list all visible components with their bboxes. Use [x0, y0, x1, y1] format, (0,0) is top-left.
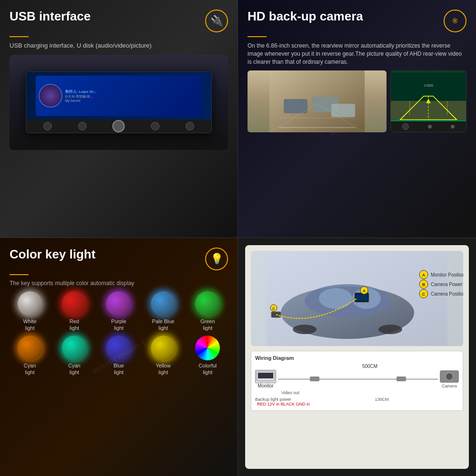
usb-icon: 🔌	[205, 10, 228, 32]
svg-text:Camera Power: Camera Power	[431, 282, 463, 287]
power-specs: RED 12V in BLACK GND in	[255, 402, 459, 407]
svg-text:C: C	[272, 307, 275, 311]
cable-line	[278, 379, 438, 379]
light-circle-9	[195, 336, 220, 360]
light-label-9: Colorful light	[198, 362, 217, 376]
radio-unit: 制作人: Lupo Gr... G.E.M.周笔畅/席... My Secret	[26, 71, 211, 133]
usb-header: USB interface 🔌	[10, 10, 228, 32]
album-art	[39, 84, 62, 108]
color-light-item-2: Purple light	[99, 291, 139, 332]
video-out-label: Video out	[255, 390, 459, 395]
light-label-5: Cyan light	[24, 362, 36, 376]
radio-screen: 制作人: Lupo Gr... G.E.M.周笔畅/席... My Secret	[26, 72, 211, 119]
wiring-title: Wiring Diagram	[255, 355, 459, 361]
color-light-item-9: Colorful light	[188, 336, 228, 376]
ctrl-dot-1	[43, 122, 52, 130]
monitor-shape	[255, 370, 276, 383]
ctrl-dot-2	[78, 122, 87, 130]
light-label-8: Yellow light	[156, 362, 170, 376]
track-title: 制作人: Lupo Gr...	[65, 89, 199, 94]
camera-separator	[248, 36, 267, 37]
ctrl-dot-3	[112, 120, 125, 132]
wiring-power-row: Backup light power 130CM	[255, 397, 459, 402]
svg-point-21	[319, 288, 352, 309]
camera-icon: ®	[444, 10, 466, 32]
svg-text:Monitor Position: Monitor Position	[431, 272, 463, 278]
backup-screen: J-620	[391, 71, 466, 121]
ctrl-dot-5	[186, 122, 194, 130]
backup-svg: J-620	[391, 71, 466, 121]
supports-text: The key supports multiple color automati…	[10, 280, 228, 287]
color-grid: White lightRed lightPurple lightPale Blu…	[10, 291, 228, 376]
light-label-7: Blue light	[113, 362, 124, 376]
camera-description: On the 6.86-inch screen, the rearview mi…	[248, 42, 466, 66]
svg-point-19	[293, 325, 317, 334]
monitor-knob	[402, 123, 409, 130]
usb-separator	[10, 36, 29, 37]
monitor-label: Monitor	[258, 383, 273, 388]
light-label-3: Pale Blue light	[152, 318, 174, 332]
monitor-btn2	[451, 125, 455, 129]
svg-text:J-620: J-620	[424, 84, 433, 88]
svg-text:Camera Position: Camera Position	[431, 291, 463, 297]
camera-header: HD back-up camera ®	[248, 10, 466, 32]
wiring-car-diagram: A C A Monitor Position B Camera Power C …	[251, 251, 463, 346]
track-sub: My Secret	[65, 99, 199, 102]
color-light-item-6: Cyan light	[54, 336, 94, 376]
wiring-main-row: Monitor Camera	[255, 370, 459, 388]
parking-lot-svg	[248, 70, 387, 132]
light-label-1: Red light	[69, 318, 79, 332]
wiring-box: A C A Monitor Position B Camera Power C …	[245, 245, 469, 469]
connector-2	[397, 377, 406, 381]
power-label: Backup light power	[255, 397, 303, 402]
usb-description: USB charging interface, U disk (audio/vi…	[10, 42, 228, 49]
light-circle-6	[62, 336, 87, 360]
light-circle-5	[18, 336, 42, 360]
light-circle-1	[62, 291, 87, 316]
wiring-500-row: 500CM	[255, 364, 459, 369]
radio-screen-inner: 制作人: Lupo Gr... G.E.M.周笔畅/席... My Secret	[36, 76, 202, 116]
light-circle-2	[106, 291, 131, 316]
short-cable: 130CM	[305, 397, 459, 402]
light-circle-7	[106, 336, 131, 360]
parking-lot-view	[248, 70, 387, 132]
color-light-item-3: Pale Blue light	[143, 291, 183, 332]
wiring-car-svg: A C A Monitor Position B Camera Power C …	[251, 251, 463, 346]
camera-title: HD back-up camera	[248, 10, 363, 23]
monitor-btn	[428, 125, 432, 129]
color-title: Color key light	[10, 248, 96, 261]
wiring-diagram-bottom: Wiring Diagram 500CM Monitor	[251, 351, 463, 411]
color-separator	[10, 274, 29, 275]
color-header: Color key light 💡	[10, 248, 228, 270]
color-light-item-5: Cyan light	[10, 336, 50, 376]
color-light-item-1: Red light	[54, 291, 94, 332]
light-label-2: Purple light	[111, 318, 127, 332]
color-light-item-8: Yellow light	[143, 336, 183, 376]
light-circle-8	[151, 336, 176, 360]
svg-text:A: A	[363, 288, 366, 293]
ctrl-dot-4	[151, 122, 159, 130]
svg-text:C: C	[422, 292, 426, 297]
color-light-item-0: White light	[10, 291, 50, 332]
camera-monitor: J-620	[390, 70, 466, 132]
wiring-section: A C A Monitor Position B Camera Power C …	[238, 238, 476, 476]
light-circle-3	[151, 291, 176, 316]
monitor-svg	[256, 371, 275, 382]
car-dash-image: 制作人: Lupo Gr... G.E.M.周笔畅/席... My Secret	[10, 55, 228, 150]
svg-rect-24	[356, 294, 367, 301]
camera-block: Camera	[440, 370, 459, 388]
svg-point-20	[378, 325, 402, 334]
cable-500-label: 500CM	[281, 364, 459, 369]
color-icon: 💡	[205, 248, 228, 270]
usb-title: USB interface	[10, 10, 91, 23]
light-circle-0	[18, 291, 42, 316]
radio-controls	[26, 119, 211, 133]
track-artist: G.E.M.周笔畅/席...	[65, 94, 199, 99]
svg-rect-3	[284, 99, 307, 113]
car-radio-container: 制作人: Lupo Gr... G.E.M.周笔畅/席... My Secret	[10, 55, 228, 150]
usb-section: MEKEDE&NAVIFLY USB interface 🔌 USB charg…	[0, 0, 238, 238]
svg-rect-5	[331, 104, 355, 117]
svg-text:B: B	[422, 282, 426, 287]
camera-section: MEKEDE&NAVIFLY HD back-up camera ® On th…	[238, 0, 476, 238]
camera-label: Camera	[442, 384, 457, 388]
